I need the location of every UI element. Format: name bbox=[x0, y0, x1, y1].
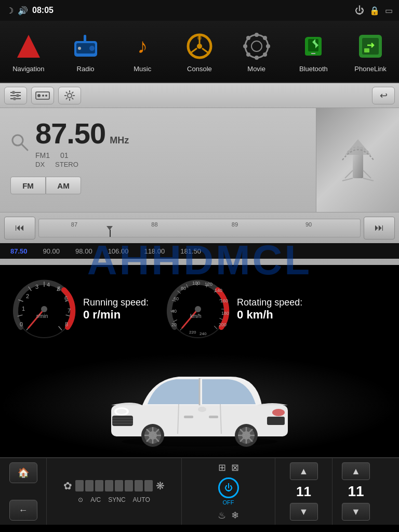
freq-strip-90[interactable]: 90.00 bbox=[43, 247, 60, 255]
freq-strip-98[interactable]: 98.00 bbox=[75, 247, 92, 255]
fan-seg-6 bbox=[125, 480, 133, 491]
fan-label-auto[interactable]: AUTO bbox=[133, 496, 150, 503]
svg-text:40: 40 bbox=[171, 309, 177, 314]
svg-line-37 bbox=[21, 144, 28, 150]
svg-point-28 bbox=[16, 94, 19, 97]
nav-icon-movie bbox=[241, 31, 272, 62]
moon-icon: ☽ bbox=[6, 6, 14, 16]
freq-next-button[interactable]: ⏭ bbox=[364, 217, 395, 240]
freq-strip-87[interactable]: 87.50 bbox=[10, 247, 28, 255]
freq-strip-118[interactable]: 118.00 bbox=[144, 247, 165, 255]
svg-point-34 bbox=[45, 95, 47, 97]
svg-point-30 bbox=[13, 97, 16, 100]
bottom-left-nav: 🏠 ← bbox=[0, 458, 47, 525]
svg-point-81 bbox=[195, 306, 201, 312]
radio-preset: FM1 bbox=[35, 151, 50, 159]
am-button[interactable]: AM bbox=[46, 177, 81, 194]
mode-icon-1[interactable]: ♨ bbox=[218, 510, 226, 521]
sidebar-item-bluetooth[interactable]: Bluetooth bbox=[287, 31, 339, 73]
nav-label-navigation: Navigation bbox=[12, 65, 44, 73]
nav-icon-music: ♪ bbox=[127, 31, 158, 62]
num-down-button[interactable]: ▼ bbox=[342, 503, 370, 521]
fan-labels: ⊙ A/C SYNC AUTO bbox=[78, 496, 150, 503]
freq-tick-89: 89 bbox=[232, 221, 238, 228]
svg-text:60: 60 bbox=[174, 296, 179, 301]
svg-rect-122 bbox=[209, 416, 218, 418]
svg-point-19 bbox=[263, 36, 267, 40]
sidebar-item-music[interactable]: ♪ Music bbox=[116, 31, 168, 73]
svg-text:180: 180 bbox=[221, 311, 229, 316]
svg-text:240: 240 bbox=[200, 331, 207, 336]
power-mode-icons: ⊞ ⊠ bbox=[218, 462, 239, 473]
defrost-icon[interactable]: ⊞ bbox=[218, 462, 226, 473]
svg-point-18 bbox=[263, 52, 267, 57]
sidebar-item-radio[interactable]: Radio bbox=[60, 31, 112, 73]
freq-tick-90: 90 bbox=[305, 221, 312, 228]
svg-point-17 bbox=[246, 36, 250, 40]
fan-left-icon: ✿ bbox=[63, 480, 72, 492]
sidebar-item-console[interactable]: Console bbox=[174, 31, 225, 73]
power-button[interactable]: ⏻ bbox=[218, 477, 239, 498]
svg-point-13 bbox=[255, 33, 259, 37]
svg-text:8: 8 bbox=[65, 321, 68, 327]
svg-point-32 bbox=[37, 94, 41, 97]
temp-up-button[interactable]: ▲ bbox=[290, 462, 318, 480]
music-note-icon: ♪ bbox=[137, 34, 148, 58]
rpm-title: Running speed: bbox=[83, 297, 149, 308]
svg-point-123 bbox=[198, 407, 206, 412]
scan-button[interactable] bbox=[31, 87, 54, 104]
car-display-area bbox=[0, 353, 399, 457]
temp-down-button[interactable]: ▼ bbox=[290, 503, 318, 521]
fan-seg-4 bbox=[105, 480, 113, 491]
fan-seg-2 bbox=[85, 480, 94, 491]
bottom-temp-control: ▲ 11 ▼ bbox=[275, 458, 332, 525]
sidebar-item-movie[interactable]: Movie bbox=[231, 31, 283, 73]
num-up-button[interactable]: ▲ bbox=[342, 462, 370, 480]
nav-label-phonelink: PhoneLink bbox=[354, 65, 386, 73]
freq-prev-button[interactable]: ⏮ bbox=[4, 217, 35, 240]
radio-stereo: STERO bbox=[55, 161, 78, 168]
svg-point-16 bbox=[266, 44, 270, 48]
nav-label-radio: Radio bbox=[77, 65, 95, 73]
nav-bar: Navigation Radio ♪ Music bbox=[0, 21, 399, 83]
svg-text:120: 120 bbox=[205, 282, 212, 287]
fan-right-icon: ❋ bbox=[156, 480, 165, 492]
rpm-value: 0 r/min bbox=[83, 308, 149, 322]
fm-button[interactable]: FM bbox=[10, 177, 46, 194]
bluetooth-icon bbox=[300, 33, 327, 60]
svg-line-43 bbox=[363, 170, 371, 178]
frequency-strip: 87.50 90.00 98.00 106.00 118.00 181.50 bbox=[0, 243, 399, 259]
svg-point-26 bbox=[12, 91, 15, 94]
fan-label-sync[interactable]: SYNC bbox=[108, 496, 125, 503]
svg-text:1: 1 bbox=[22, 305, 25, 312]
settings-button[interactable] bbox=[58, 87, 81, 104]
svg-text:20: 20 bbox=[171, 322, 177, 327]
nav-icon-phonelink bbox=[355, 31, 386, 62]
freq-strip-181[interactable]: 181.50 bbox=[180, 247, 201, 255]
fan-control: ✿ ❋ ⊙ A/C SYNC AUTO bbox=[47, 458, 182, 525]
airflow-icon[interactable]: ⊠ bbox=[231, 462, 239, 473]
svg-point-6 bbox=[197, 44, 202, 49]
back-button[interactable]: ↩ bbox=[372, 87, 395, 104]
eq-button[interactable] bbox=[4, 87, 27, 104]
search-icon bbox=[10, 133, 29, 152]
nav-label-movie: Movie bbox=[247, 65, 265, 73]
fan-seg-3 bbox=[95, 480, 103, 491]
svg-text:7: 7 bbox=[68, 308, 71, 314]
svg-point-35 bbox=[68, 94, 72, 98]
fan-label-ac[interactable]: A/C bbox=[90, 496, 101, 503]
frequency-display: 87.50 bbox=[35, 116, 105, 150]
sidebar-item-navigation[interactable]: Navigation bbox=[3, 31, 55, 73]
freq-strip-106[interactable]: 106.00 bbox=[108, 247, 129, 255]
svg-point-10 bbox=[197, 36, 202, 40]
sidebar-item-phonelink[interactable]: PhoneLink bbox=[344, 31, 396, 73]
home-button[interactable]: 🏠 bbox=[9, 462, 37, 483]
back-nav-button[interactable]: ← bbox=[9, 500, 37, 521]
svg-text:km/h: km/h bbox=[190, 313, 202, 319]
mode-icon-2[interactable]: ❄ bbox=[231, 510, 239, 521]
status-time: 08:05 bbox=[32, 6, 54, 15]
svg-line-68 bbox=[174, 320, 177, 322]
svg-text:2: 2 bbox=[26, 293, 29, 299]
bottom-controls: 🏠 ← ✿ ❋ ⊙ A/C SYNC AUTO bbox=[0, 457, 399, 525]
radio-toolbar: ↩ bbox=[0, 83, 399, 108]
